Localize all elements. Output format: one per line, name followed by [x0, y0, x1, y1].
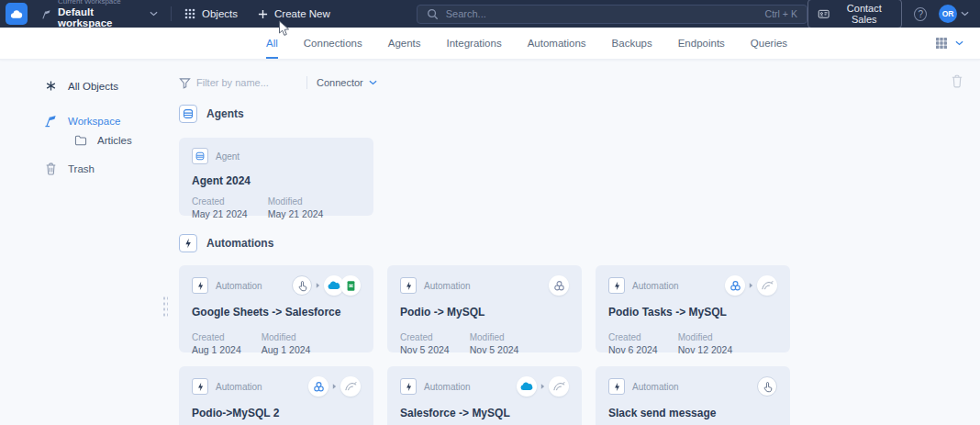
- created-label: Created: [192, 332, 241, 344]
- automation-card[interactable]: Automation P: [596, 265, 790, 352]
- arrow-right-icon: [540, 383, 545, 390]
- connector-filter-dropdown[interactable]: Connector: [317, 77, 377, 88]
- object-type-tabs: All Connections Agents Integrations Auto…: [0, 28, 980, 60]
- sidebar-item-trash[interactable]: Trash: [44, 162, 170, 175]
- help-icon[interactable]: ?: [914, 7, 927, 21]
- grid-view-icon: [935, 37, 948, 50]
- drag-handle[interactable]: [162, 296, 168, 318]
- podio-icon: [549, 275, 569, 296]
- sidebar: All Objects Workspace Articles Trash: [0, 60, 170, 425]
- chevron-down-icon: [150, 11, 158, 17]
- chevron-down-icon: [955, 40, 963, 46]
- automations-grid: Automation: [179, 265, 963, 425]
- tab-endpoints[interactable]: Endpoints: [678, 28, 725, 59]
- delete-selection-button[interactable]: [951, 74, 963, 92]
- automation-card[interactable]: Automation: [179, 265, 373, 352]
- agents-grid: Agent Agent 2024 Created May 21 2024 Mod…: [179, 138, 963, 216]
- search-input[interactable]: [446, 8, 758, 19]
- manual-trigger-icon: [292, 275, 312, 296]
- agent-icon: [179, 105, 197, 123]
- automation-card[interactable]: Automation Slack send message: [596, 366, 790, 425]
- grid-icon: [184, 8, 195, 19]
- lightning-icon: [179, 234, 197, 252]
- filter-by-name-input[interactable]: [196, 77, 297, 88]
- modified-value: May 21 2024: [268, 208, 324, 220]
- search-icon: [427, 8, 439, 20]
- created-label: Created: [192, 196, 248, 208]
- workspace-selector[interactable]: Current Workspace Default workspace: [40, 0, 158, 29]
- sidebar-item-articles[interactable]: Articles: [73, 135, 170, 146]
- folder-icon: [73, 135, 87, 146]
- trash-icon: [44, 162, 58, 175]
- created-value: Aug 1 2024: [192, 344, 241, 356]
- tab-queries[interactable]: Queries: [751, 28, 787, 59]
- tab-backups[interactable]: Backups: [612, 28, 652, 59]
- card-title: Salesforce -> MySQL: [400, 407, 569, 419]
- created-value: Nov 6 2024: [608, 344, 658, 356]
- app-window: Current Workspace Default workspace Obje…: [0, 0, 980, 425]
- automation-card[interactable]: Automation P: [179, 366, 373, 425]
- created-value: May 21 2024: [192, 208, 248, 220]
- chevron-down-icon: [369, 80, 377, 85]
- toolbar-divider: [306, 76, 307, 89]
- view-mode-toggle[interactable]: [935, 28, 963, 59]
- create-new-button[interactable]: Create New: [258, 8, 330, 19]
- objects-label: Objects: [202, 8, 238, 19]
- automation-card[interactable]: Automation S: [387, 366, 582, 425]
- created-label: Created: [400, 332, 450, 344]
- lightning-icon: [608, 277, 625, 294]
- chevron-down-icon: [961, 11, 969, 17]
- card-type-label: Agent: [216, 151, 239, 162]
- modified-label: Modified: [268, 196, 324, 208]
- arrow-right-icon: [316, 282, 320, 289]
- main-content: Connector Agents: [170, 60, 980, 425]
- create-new-label: Create New: [274, 8, 330, 19]
- modified-label: Modified: [262, 332, 311, 344]
- tab-integrations[interactable]: Integrations: [447, 28, 502, 59]
- lightning-icon: [608, 378, 625, 395]
- agent-card[interactable]: Agent Agent 2024 Created May 21 2024 Mod…: [179, 138, 373, 216]
- tab-agents[interactable]: Agents: [388, 28, 421, 59]
- tab-automations[interactable]: Automations: [528, 28, 586, 59]
- contact-sales-button[interactable]: Contact Sales: [807, 0, 902, 28]
- card-type-label: Automation: [216, 382, 262, 392]
- sidebar-articles-label: Articles: [97, 135, 132, 146]
- global-search[interactable]: Ctrl + K: [417, 5, 807, 24]
- salesforce-icon: [517, 376, 537, 397]
- tab-all[interactable]: All: [266, 28, 278, 59]
- agents-section-title: Agents: [206, 107, 244, 120]
- modified-label: Modified: [678, 332, 733, 344]
- contact-sales-label: Contact Sales: [836, 3, 892, 25]
- sidebar-item-all-objects[interactable]: All Objects: [44, 80, 170, 92]
- podio-icon: [725, 275, 745, 296]
- card-title: Podio -> MySQL: [400, 306, 569, 319]
- card-type-label: Automation: [424, 382, 471, 392]
- card-title: Podio->MySQL 2: [192, 407, 361, 419]
- google-sheets-icon: [340, 275, 361, 296]
- workspace-name: Default workspace: [58, 6, 144, 29]
- user-menu[interactable]: OR: [939, 5, 969, 23]
- modified-value: Nov 5 2024: [470, 344, 519, 356]
- card-type-label: Automation: [216, 281, 262, 291]
- avatar: OR: [939, 5, 957, 23]
- mysql-icon: [757, 275, 777, 296]
- mysql-icon: [549, 376, 569, 397]
- sidebar-workspace-label: Workspace: [68, 116, 120, 127]
- lightning-icon: [400, 378, 417, 395]
- card-title: Google Sheets -> Salesforce: [192, 306, 361, 319]
- arrow-right-icon: [332, 383, 337, 390]
- current-workspace-label: Current Workspace: [58, 0, 144, 6]
- automation-card[interactable]: Automation Podio -> MySQL Created Nov 5 …: [387, 265, 582, 352]
- agent-icon: [192, 148, 208, 164]
- sidebar-item-workspace[interactable]: Workspace: [44, 114, 170, 128]
- modified-value: Nov 12 2024: [678, 344, 733, 356]
- manual-trigger-icon: [757, 376, 777, 397]
- tab-connections[interactable]: Connections: [304, 28, 362, 59]
- contact-sales-icon: [818, 8, 830, 20]
- cloud-logo-icon: [9, 8, 24, 19]
- app-logo[interactable]: [6, 3, 28, 25]
- name-filter[interactable]: [179, 77, 297, 89]
- plus-icon: [258, 9, 268, 19]
- card-title: Podio Tasks -> MySQL: [608, 306, 777, 319]
- objects-nav-button[interactable]: Objects: [184, 8, 238, 19]
